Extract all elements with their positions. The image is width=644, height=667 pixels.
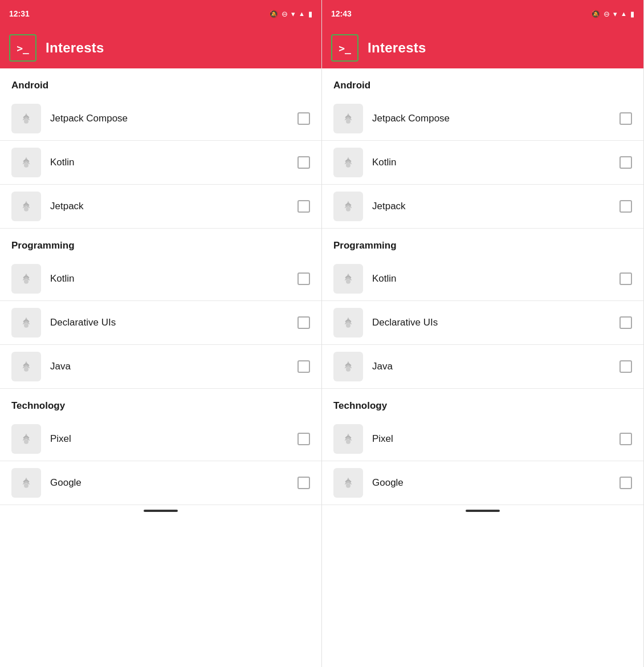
section-header-0: Android	[0, 68, 321, 97]
item-icon-box	[11, 264, 41, 294]
list-item[interactable]: Kotlin	[0, 257, 321, 301]
svg-point-14	[346, 440, 350, 444]
svg-point-7	[24, 483, 28, 488]
svg-point-2	[24, 207, 28, 212]
status-wifi-icon: ▾	[613, 10, 617, 18]
item-checkbox[interactable]	[297, 360, 310, 373]
list-item[interactable]: Jetpack	[322, 185, 643, 229]
list-item[interactable]: Jetpack Compose	[0, 97, 321, 141]
item-label: Declarative UIs	[50, 317, 288, 328]
list-item[interactable]: Google	[322, 461, 643, 505]
item-label: Jetpack Compose	[50, 113, 288, 124]
item-label: Google	[50, 477, 288, 489]
item-icon-box	[11, 104, 41, 133]
svg-point-4	[24, 323, 28, 328]
item-label: Jetpack Compose	[372, 113, 610, 124]
item-checkbox[interactable]	[619, 156, 632, 169]
status-minus-icon: ⊖	[282, 10, 288, 18]
list-item[interactable]: Declarative UIs	[322, 301, 643, 345]
list-item[interactable]: Pixel	[0, 417, 321, 461]
status-signal-icon: ▲	[299, 10, 305, 17]
app-logo-icon: >_	[339, 42, 351, 54]
item-icon-box	[11, 424, 41, 454]
section-header-0: Android	[322, 68, 643, 97]
item-checkbox[interactable]	[297, 273, 310, 285]
app-logo-box: >_	[331, 34, 358, 62]
svg-point-5	[24, 367, 28, 372]
item-checkbox[interactable]	[619, 360, 632, 373]
item-label: Google	[372, 477, 610, 489]
status-icons-group: 🔕 ⊖ ▾ ▲ ▮	[269, 10, 312, 18]
section-header-1: Programming	[322, 229, 643, 257]
list-item[interactable]: Java	[0, 345, 321, 389]
item-checkbox[interactable]	[297, 433, 310, 445]
list-item[interactable]: Pixel	[322, 417, 643, 461]
item-checkbox[interactable]	[619, 112, 632, 125]
status-signal-icon: ▲	[621, 10, 627, 17]
status-time: 12:31	[9, 9, 30, 18]
item-icon-box	[11, 308, 41, 337]
app-logo-icon: >_	[17, 42, 29, 54]
section-header-1: Programming	[0, 229, 321, 257]
status-time: 12:43	[331, 9, 352, 18]
item-icon-box	[333, 468, 363, 498]
list-item[interactable]: Google	[0, 461, 321, 505]
item-label: Jetpack	[372, 201, 610, 212]
list-item[interactable]: Kotlin	[0, 141, 321, 185]
status-bell-icon: 🔕	[591, 10, 600, 18]
svg-point-11	[346, 279, 350, 284]
item-label: Kotlin	[50, 157, 288, 168]
content-area: Android Jetpack Compose Kotl	[322, 68, 643, 667]
app-title: Interests	[46, 40, 104, 56]
item-label: Java	[372, 361, 610, 372]
status-wifi-icon: ▾	[291, 10, 295, 18]
item-icon-box	[333, 104, 363, 133]
item-checkbox[interactable]	[619, 477, 632, 489]
item-label: Java	[50, 361, 288, 372]
status-bar: 12:43 🔕 ⊖ ▾ ▲ ▮	[322, 0, 643, 27]
list-item[interactable]: Jetpack	[0, 185, 321, 229]
item-checkbox[interactable]	[619, 316, 632, 329]
list-item[interactable]: Kotlin	[322, 141, 643, 185]
item-checkbox[interactable]	[619, 433, 632, 445]
item-checkbox[interactable]	[297, 156, 310, 169]
phone-panel-left: 12:31 🔕 ⊖ ▾ ▲ ▮ >_ Interests Android	[0, 0, 322, 667]
status-battery-icon: ▮	[308, 10, 312, 18]
svg-point-15	[346, 483, 350, 488]
item-checkbox[interactable]	[619, 200, 632, 213]
svg-point-6	[24, 440, 28, 444]
section-header-2: Technology	[322, 389, 643, 417]
status-bar: 12:31 🔕 ⊖ ▾ ▲ ▮	[0, 0, 321, 27]
list-item[interactable]: Kotlin	[322, 257, 643, 301]
item-label: Kotlin	[50, 273, 288, 284]
item-checkbox[interactable]	[297, 477, 310, 489]
item-label: Jetpack	[50, 201, 288, 212]
item-icon-box	[333, 148, 363, 177]
item-label: Pixel	[372, 433, 610, 445]
status-battery-icon: ▮	[630, 10, 634, 18]
content-area: Android Jetpack Compose Kotl	[0, 68, 321, 667]
item-label: Pixel	[50, 433, 288, 445]
section-header-2: Technology	[0, 389, 321, 417]
svg-point-8	[346, 119, 350, 124]
list-item[interactable]: Jetpack Compose	[322, 97, 643, 141]
app-bar: >_ Interests	[322, 27, 643, 68]
svg-point-3	[24, 279, 28, 284]
app-title: Interests	[368, 40, 426, 56]
list-item[interactable]: Java	[322, 345, 643, 389]
app-bar: >_ Interests	[0, 27, 321, 68]
phone-panel-right: 12:43 🔕 ⊖ ▾ ▲ ▮ >_ Interests Android	[322, 0, 644, 667]
svg-point-9	[346, 163, 350, 168]
svg-point-13	[346, 367, 350, 372]
item-checkbox[interactable]	[619, 273, 632, 285]
item-icon-box	[333, 264, 363, 294]
app-logo-box: >_	[9, 34, 36, 62]
svg-point-1	[24, 163, 28, 168]
item-checkbox[interactable]	[297, 200, 310, 213]
item-icon-box	[11, 352, 41, 381]
item-checkbox[interactable]	[297, 112, 310, 125]
item-icon-box	[333, 308, 363, 337]
item-checkbox[interactable]	[297, 316, 310, 329]
svg-point-12	[346, 323, 350, 328]
list-item[interactable]: Declarative UIs	[0, 301, 321, 345]
